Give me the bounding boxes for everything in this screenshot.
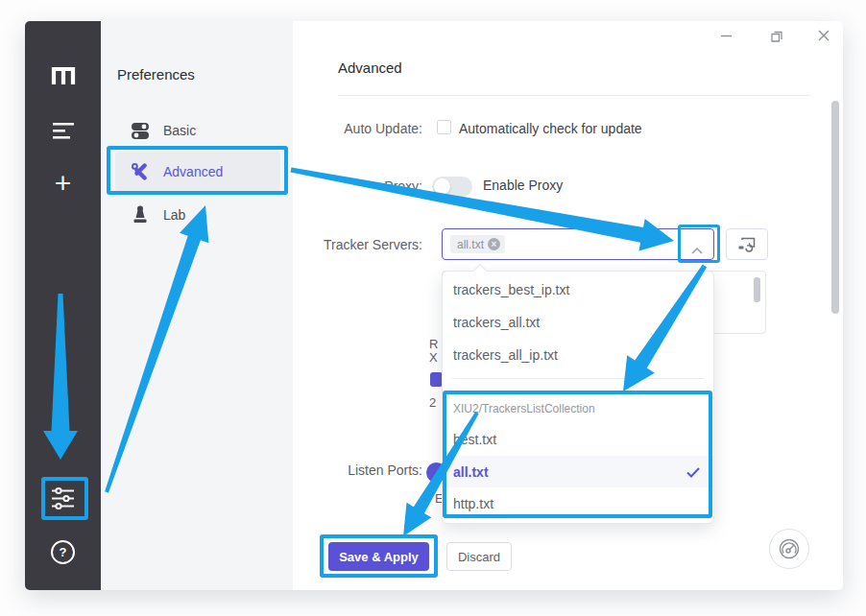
tracker-servers-label: Tracker Servers: [217, 237, 422, 252]
tracker-source-dropdown: trackers_best_ip.txt trackers_all.txt tr… [442, 271, 714, 524]
settings-button[interactable] [25, 486, 101, 511]
app-logo [25, 63, 101, 86]
task-list-button[interactable] [25, 121, 101, 140]
obscured-text-3: 2 [429, 395, 436, 410]
tools-icon [131, 162, 150, 181]
nav-item-lab[interactable]: Lab [115, 195, 280, 235]
dropdown-item[interactable]: trackers_best_ip.txt [443, 273, 713, 306]
sync-trackers-button[interactable] [726, 228, 768, 260]
dropdown-divider [452, 378, 704, 379]
dropdown-item-selected[interactable]: all.txt [443, 456, 713, 487]
app-window: + ? Preferences [25, 21, 843, 590]
listen-ports-label: Listen Ports: [217, 462, 422, 478]
nav-label-advanced: Advanced [163, 164, 223, 179]
settings-sliders-icon [50, 486, 76, 511]
sync-icon [737, 236, 757, 252]
task-list-icon [52, 121, 75, 140]
question-mark-icon: ? [51, 540, 75, 564]
main-scrollbar[interactable] [831, 101, 839, 314]
toggles-icon [131, 122, 150, 140]
screen: + ? Preferences [0, 0, 866, 616]
chevron-up-icon[interactable] [691, 241, 703, 258]
check-icon [686, 465, 700, 481]
toggle-knob-icon [434, 178, 450, 195]
proxy-toggle[interactable] [432, 177, 472, 197]
proxy-label: Proxy: [217, 178, 422, 194]
close-button[interactable] [815, 27, 832, 44]
minimize-button[interactable] [717, 27, 734, 44]
speedometer-icon [778, 537, 801, 560]
selected-tag-text: all.txt [457, 238, 484, 251]
proxy-toggle-label: Enable Proxy [483, 178, 563, 193]
minimize-icon [720, 30, 733, 42]
add-task-button[interactable]: + [25, 169, 101, 198]
dropdown-item[interactable]: best.txt [443, 423, 713, 456]
auto-update-label: Auto Update: [217, 121, 422, 136]
help-button[interactable]: ? [25, 540, 101, 564]
selected-tag: all.txt × [450, 235, 505, 253]
title-divider [338, 95, 809, 96]
discard-button[interactable]: Discard [446, 542, 512, 571]
save-apply-button[interactable]: Save & Apply [328, 542, 429, 571]
preferences-panel: Preferences Basic [101, 21, 293, 590]
dropdown-item[interactable]: http.txt [443, 487, 713, 520]
close-icon [817, 29, 830, 42]
obscured-text-1: R [429, 337, 438, 351]
textarea-scrollbar[interactable] [754, 277, 760, 302]
speed-limit-button[interactable] [769, 529, 809, 569]
motrix-logo-icon [50, 63, 77, 86]
restore-button[interactable] [768, 27, 785, 44]
dropdown-group-label: XIU2/TrackersListCollection [453, 402, 595, 415]
auto-update-checkbox-label[interactable]: Automatically check for update [459, 121, 642, 136]
dropdown-item[interactable]: trackers_all_ip.txt [443, 339, 713, 371]
tag-remove-icon[interactable]: × [488, 238, 500, 250]
lab-stamp-icon [131, 205, 150, 225]
obscured-text-2: X [429, 350, 438, 365]
restore-icon [770, 29, 783, 42]
nav-label-lab: Lab [163, 207, 185, 223]
dropdown-item-label: all.txt [453, 464, 489, 480]
preferences-title: Preferences [117, 66, 195, 83]
nav-label-basic: Basic [163, 123, 196, 138]
page-title: Advanced [338, 59, 402, 76]
dropdown-item[interactable]: trackers_all.txt [443, 306, 713, 339]
tracker-source-select[interactable]: all.txt × [442, 228, 714, 260]
auto-update-checkbox[interactable] [437, 120, 451, 134]
app-sidebar: + ? [25, 21, 101, 590]
